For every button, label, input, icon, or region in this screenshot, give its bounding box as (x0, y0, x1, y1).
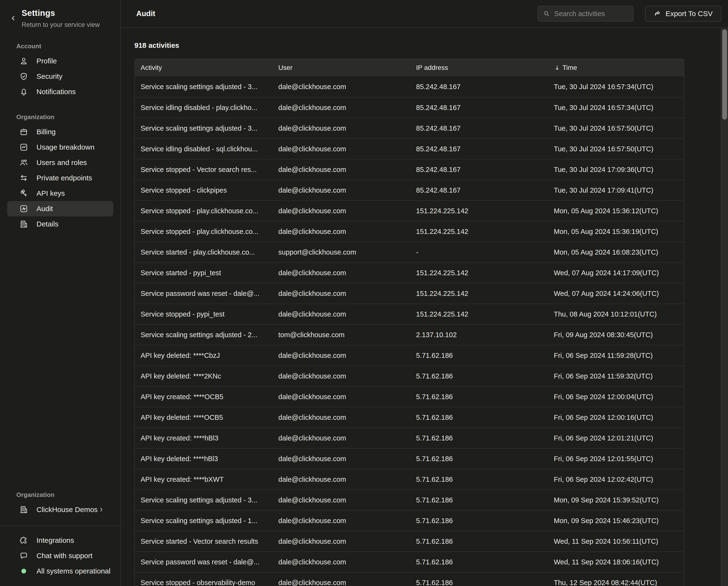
cell-ip-address: 151.224.225.142 (410, 207, 548, 215)
table-row[interactable]: Service stopped - play.clickhouse.co... … (135, 221, 684, 242)
keys-icon (19, 189, 28, 198)
cell-activity: Service password was reset - dale@... (135, 558, 272, 566)
audit-content: 918 activities Activity User IP address (121, 28, 728, 586)
shield-check-icon (19, 72, 28, 81)
sidebar-item-usage-breakdown[interactable]: Usage breakdown (7, 140, 113, 155)
table-row[interactable]: Service started - play.clickhouse.co... … (135, 242, 684, 262)
table-row[interactable]: API key created: ****bXWT dale@clickhous… (135, 469, 684, 489)
cell-user: dale@clickhouse.com (272, 228, 410, 236)
table-row[interactable]: Service stopped - pypi_test dale@clickho… (135, 303, 684, 324)
table-row[interactable]: API key deleted: ****hBl3 dale@clickhous… (135, 448, 684, 469)
sidebar-item-billing[interactable]: Billing (7, 124, 113, 140)
back-button[interactable] (9, 14, 19, 23)
table-row[interactable]: API key deleted: ****2KNc dale@clickhous… (135, 366, 684, 386)
column-header-time[interactable]: Time (548, 64, 684, 72)
org-switcher: ClickHouse Demos (0, 502, 121, 517)
search-activities-input[interactable] (550, 10, 628, 18)
table-row[interactable]: API key created: ****hBl3 dale@clickhous… (135, 428, 684, 448)
table-row[interactable]: Service started - pypi_test dale@clickho… (135, 262, 684, 283)
cell-time: Mon, 05 Aug 2024 15:36:12(UTC) (548, 207, 684, 215)
footer-item-system-status[interactable]: All systems operational (7, 563, 113, 579)
return-to-service-link[interactable]: Return to your service view (22, 21, 100, 29)
sidebar-item-private-endpoints[interactable]: Private endpoints (7, 170, 113, 186)
search-activities-box[interactable] (538, 6, 633, 22)
cell-activity: Service stopped - play.clickhouse.co... (135, 228, 272, 236)
table-row[interactable]: API key deleted: ****CbzJ dale@clickhous… (135, 345, 684, 366)
cell-ip-address: 85.242.48.167 (410, 124, 548, 132)
cell-time: Fri, 06 Sep 2024 12:01:21(UTC) (548, 434, 684, 442)
scrollbar-thumb[interactable] (722, 29, 727, 120)
account-section-label: Account (16, 43, 121, 50)
table-row[interactable]: Service stopped - Vector search res... d… (135, 159, 684, 180)
audit-table: Activity User IP address Time (134, 58, 684, 586)
org-switcher-name: ClickHouse Demos (28, 506, 98, 514)
table-row[interactable]: Service scaling settings adjusted - 3...… (135, 118, 684, 138)
org-switcher-label: Organization (16, 491, 121, 498)
chat-bubble-icon (19, 551, 28, 560)
cell-activity: Service stopped - pypi_test (135, 310, 272, 318)
sidebar-item-details[interactable]: Details (7, 216, 113, 232)
sidebar-item-security[interactable]: Security (7, 69, 113, 84)
table-row[interactable]: Service password was reset - dale@... da… (135, 283, 684, 303)
cell-user: dale@clickhouse.com (272, 145, 410, 153)
cell-user: dale@clickhouse.com (272, 351, 410, 360)
table-row[interactable]: Service scaling settings adjusted - 3...… (135, 76, 684, 97)
footer-item-integrations[interactable]: Integrations (7, 533, 113, 548)
cell-ip-address: 151.224.225.142 (410, 290, 548, 298)
table-row[interactable]: Service stopped - observability-demo dal… (135, 572, 684, 586)
cell-user: dale@clickhouse.com (272, 579, 410, 586)
export-button-label: Export To CSV (666, 9, 713, 18)
sidebar-header-text: Settings Return to your service view (19, 8, 100, 29)
chevron-right-icon (98, 506, 105, 513)
table-row[interactable]: API key created: ****OCB5 dale@clickhous… (135, 386, 684, 407)
org-switcher-item[interactable]: ClickHouse Demos (7, 502, 113, 517)
cell-ip-address: 5.71.62.186 (410, 558, 548, 566)
sidebar-item-label: Audit (28, 204, 53, 213)
table-row[interactable]: Service password was reset - dale@... da… (135, 552, 684, 572)
cell-time: Tue, 30 Jul 2024 16:57:34(UTC) (548, 83, 684, 91)
table-row[interactable]: API key deleted: ****OCB5 dale@clickhous… (135, 407, 684, 428)
cell-user: dale@clickhouse.com (272, 186, 410, 194)
sidebar-item-users-and-roles[interactable]: Users and roles (7, 155, 113, 170)
table-row[interactable]: Service idling disabled - play.clickho..… (135, 97, 684, 118)
sidebar-item-label: Profile (28, 57, 57, 65)
cell-ip-address: 151.224.225.142 (410, 310, 548, 318)
table-row[interactable]: Service scaling settings adjusted - 1...… (135, 510, 684, 531)
table-row[interactable]: Service idling disabled - sql.clickhou..… (135, 138, 684, 159)
column-header-activity[interactable]: Activity (135, 64, 272, 72)
cell-activity: Service started - play.clickhouse.co... (135, 248, 272, 256)
column-header-user[interactable]: User (272, 64, 410, 72)
search-icon (543, 10, 550, 18)
sidebar-item-audit[interactable]: Audit (7, 201, 113, 216)
puzzle-icon (19, 536, 28, 545)
table-header-row: Activity User IP address Time (135, 59, 684, 76)
cell-user: dale@clickhouse.com (272, 104, 410, 112)
topbar-actions: Export To CSV (538, 6, 721, 22)
audit-pulse-icon (19, 204, 28, 213)
cell-time: Fri, 09 Aug 2024 08:30:45(UTC) (548, 331, 684, 339)
settings-sidebar: Settings Return to your service view Acc… (0, 0, 121, 586)
sidebar-spacer (0, 232, 121, 491)
cell-user: dale@clickhouse.com (272, 372, 410, 380)
sort-descending-icon (554, 64, 561, 71)
sidebar-item-profile[interactable]: Profile (7, 53, 113, 69)
footer-item-chat-support[interactable]: Chat with support (7, 548, 113, 563)
export-to-csv-button[interactable]: Export To CSV (645, 6, 721, 22)
sidebar-item-api-keys[interactable]: API keys (7, 186, 113, 201)
cell-time: Thu, 08 Aug 2024 10:12:01(UTC) (548, 310, 684, 318)
sidebar-item-notifications[interactable]: Notifications (7, 84, 113, 99)
usage-chart-icon (19, 143, 28, 152)
vertical-scrollbar[interactable] (721, 28, 728, 586)
cell-ip-address: 5.71.62.186 (410, 579, 548, 586)
sidebar-item-label: Security (28, 72, 62, 80)
table-row[interactable]: Service stopped - clickpipes dale@clickh… (135, 180, 684, 200)
table-row[interactable]: Service stopped - play.clickhouse.co... … (135, 200, 684, 221)
cell-activity: API key created: ****bXWT (135, 475, 272, 484)
table-row[interactable]: Service scaling settings adjusted - 3...… (135, 489, 684, 510)
cell-activity: Service stopped - play.clickhouse.co... (135, 207, 272, 215)
cell-time: Fri, 06 Sep 2024 12:00:04(UTC) (548, 393, 684, 401)
table-row[interactable]: Service scaling settings adjusted - 2...… (135, 324, 684, 345)
cell-activity: Service password was reset - dale@... (135, 290, 272, 298)
table-row[interactable]: Service started - Vector search results … (135, 531, 684, 552)
column-header-ip[interactable]: IP address (410, 64, 548, 72)
